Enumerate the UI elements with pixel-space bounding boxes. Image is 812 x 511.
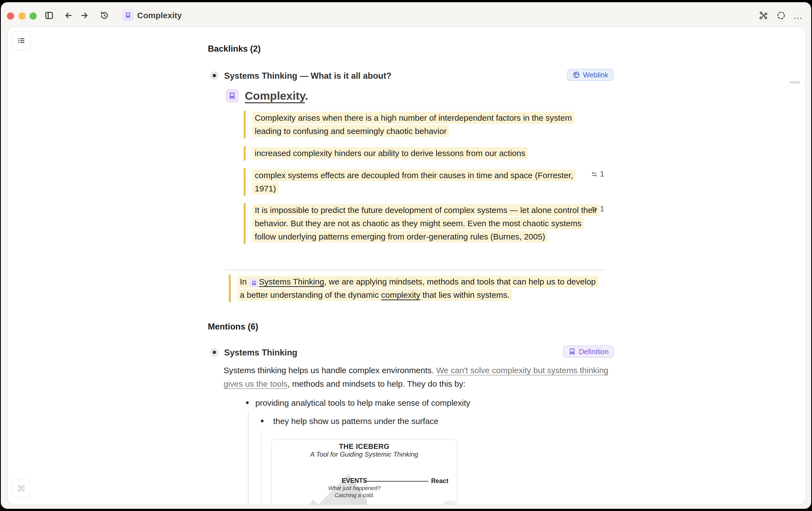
note-bookmark-icon [122,10,134,21]
bullet-item: providing analytical tools to help make … [255,396,586,410]
ellipsis-glyph: … [793,13,803,18]
app-window: Complexity … Backlinks (2) Systems Think… [1,2,811,509]
command-palette-button[interactable]: ⌘ [11,479,31,498]
context-suffix: that lies within systems. [420,290,510,299]
linked-note-title: Complexity. [245,89,308,103]
history-icon[interactable] [98,10,110,21]
swap-arrows-icon [591,171,598,178]
iceberg-connector-line [365,481,428,482]
quote-block[interactable]: It is impossible to predict the future d… [244,203,599,244]
backlink-bullet-radio[interactable] [211,72,218,79]
quote-block[interactable]: complex systems effects are decoupled fr… [244,168,583,196]
mention-paragraph: Systems thinking helps us handle complex… [224,364,610,391]
mention-source-title[interactable]: Systems Thinking [224,348,297,358]
note-card: Backlinks (2) Systems Thinking — What is… [7,27,806,505]
scroll-indicator[interactable] [789,81,801,83]
mentions-heading: Mentions (6) [208,322,258,332]
definition-badge-label: Definition [579,348,609,356]
backlinks-heading: Backlinks (2) [208,44,261,54]
iceberg-example: Catching a cold. [324,492,385,499]
bookmark-icon [250,279,258,288]
quote-text: increased complexity hinders our ability… [252,147,528,159]
page-title: Complexity [137,11,182,20]
backlink-count: 1 [600,205,604,213]
systems-thinking-link[interactable]: Systems Thinking [259,277,324,286]
context-prefix: In [240,277,249,286]
focus-mode-icon[interactable] [775,10,787,21]
section-divider [224,270,606,270]
weblink-badge-label: Weblink [583,71,608,79]
quote-text: Complexity arises when there is a high n… [252,112,574,137]
linked-note-title-period: . [305,89,308,102]
quote-text: It is impossible to predict the future d… [252,204,600,243]
quote-block[interactable]: increased complexity hinders our ability… [244,146,528,160]
sidebar-toggle-icon[interactable] [44,10,55,21]
mention-paragraph-start: Systems thinking helps us handle complex… [224,366,436,375]
backlink-source-title[interactable]: Systems Thinking — What is it all about? [224,71,392,81]
bullet-dot [261,420,264,422]
mention-paragraph-end: , methods and mindsets to help. They do … [288,379,466,388]
indent-guide [261,430,262,505]
graph-view-icon[interactable] [758,10,769,21]
bullet-item: they help show us patterns under the sur… [273,414,577,428]
bullet-dot [246,401,249,404]
complexity-link[interactable]: complexity [381,290,420,299]
forward-arrow-icon[interactable] [79,10,90,21]
linked-note-title-text[interactable]: Complexity [245,89,305,102]
zoom-window-button[interactable] [30,12,37,20]
swap-arrows-icon [591,206,598,213]
definition-badge[interactable]: Definition [563,346,614,358]
backlink-count: 1 [600,170,604,179]
indent-guide [248,411,249,505]
globe-icon [573,71,580,79]
context-text: In Systems Thinking, we are applying min… [237,276,598,301]
context-paragraph[interactable]: In Systems Thinking, we are applying min… [229,274,596,302]
minimize-window-button[interactable] [19,12,26,20]
backlink-count-badge[interactable]: 1 [591,170,604,179]
figure-title: THE ICEBERG [271,442,457,451]
quote-text: complex systems effects are decoupled fr… [252,169,576,194]
quote-block[interactable]: Complexity arises when there is a high n… [244,111,583,138]
titlebar: Complexity … [1,2,811,27]
command-icon: ⌘ [17,483,26,494]
iceberg-action-label: React [431,477,448,485]
mention-bullet-radio[interactable] [211,349,218,356]
linked-note-heading[interactable]: Complexity. [226,89,308,103]
back-arrow-icon[interactable] [63,10,74,21]
iceberg-image[interactable]: THE ICEBERG A Tool for Guiding Systemic … [271,439,457,505]
weblink-badge[interactable]: Weblink [567,69,614,81]
more-options-icon[interactable]: … [792,10,804,21]
bookmark-icon [226,89,239,103]
bookmark-icon [568,348,576,355]
iceberg-question: What just happened? [324,484,385,492]
backlink-count-badge[interactable]: 1 [591,205,604,213]
table-of-contents-button[interactable] [11,31,31,50]
close-window-button[interactable] [7,12,14,20]
